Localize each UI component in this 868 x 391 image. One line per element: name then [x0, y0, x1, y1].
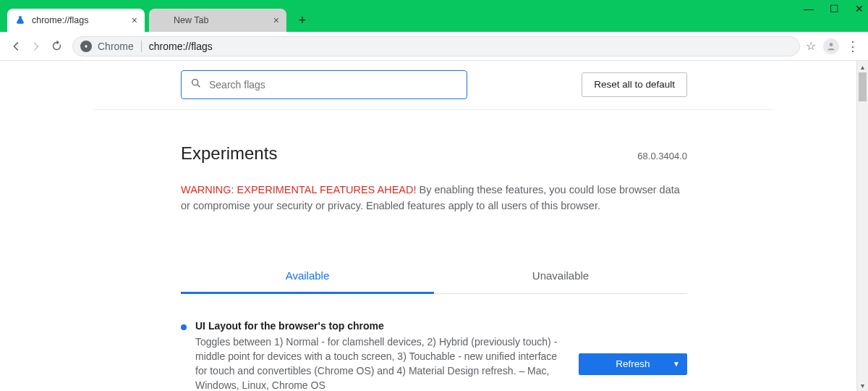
close-window-button[interactable]: ✕ — [855, 3, 864, 14]
warning-prefix: WARNING: EXPERIMENTAL FEATURES AHEAD! — [181, 184, 417, 196]
chip-label: Chrome — [98, 41, 134, 52]
tab-flags[interactable]: chrome://flags × — [7, 9, 145, 32]
forward-button[interactable] — [26, 36, 46, 56]
reset-all-button[interactable]: Reset all to default — [582, 72, 687, 97]
scroll-down-icon[interactable]: ▾ — [857, 379, 868, 391]
chevron-down-icon: ▼ — [673, 360, 680, 368]
search-flags-input[interactable] — [181, 70, 467, 99]
titlebar: chrome://flags × New Tab × + — ☐ ✕ — [0, 0, 868, 32]
menu-icon[interactable]: ⋮ — [846, 38, 859, 54]
page-topbar: Reset all to default — [94, 67, 774, 110]
flag-select[interactable]: Refresh ▼ — [579, 353, 687, 375]
chrome-icon — [80, 41, 92, 52]
reload-button[interactable] — [46, 36, 67, 56]
toolbar: Chrome chrome://flags ☆ ⋮ — [0, 32, 868, 61]
svg-point-2 — [830, 43, 833, 46]
divider — [141, 41, 142, 52]
new-tab-button[interactable]: + — [291, 9, 314, 32]
profile-avatar[interactable] — [823, 38, 839, 54]
page-heading-row: Experiments 68.0.3404.0 — [181, 143, 687, 164]
svg-point-1 — [85, 45, 87, 47]
scrollbar[interactable]: ▴ ▾ — [856, 61, 868, 391]
page: ▴ ▾ Reset all to default Experiments 68.… — [0, 61, 868, 391]
scroll-thumb[interactable] — [859, 72, 867, 101]
close-icon[interactable]: × — [273, 14, 279, 26]
window-controls: — ☐ ✕ — [804, 3, 864, 14]
svg-line-4 — [197, 85, 200, 87]
version-text: 68.0.3404.0 — [637, 151, 687, 161]
page-heading: Experiments — [181, 143, 277, 164]
search-field[interactable] — [209, 79, 458, 91]
warning-text: WARNING: EXPERIMENTAL FEATURES AHEAD! By… — [181, 182, 687, 214]
back-button[interactable] — [6, 36, 26, 56]
minimize-button[interactable]: — — [804, 3, 814, 14]
url-text: chrome://flags — [149, 41, 213, 52]
tab-unavailable[interactable]: Unavailable — [434, 259, 687, 293]
tab-label: New Tab — [174, 15, 273, 25]
flag-description: Toggles between 1) Normal - for clamshel… — [195, 335, 564, 392]
flag-select-value: Refresh — [616, 358, 650, 369]
flag-item: UI Layout for the browser's top chrome T… — [181, 320, 687, 392]
maximize-button[interactable]: ☐ — [830, 3, 839, 14]
scroll-up-icon[interactable]: ▴ — [857, 61, 868, 72]
flask-icon — [14, 15, 26, 25]
flag-title: UI Layout for the browser's top chrome — [195, 320, 564, 332]
search-icon — [190, 77, 202, 92]
changed-dot-icon — [181, 324, 187, 330]
tab-available[interactable]: Available — [181, 259, 434, 294]
svg-point-3 — [192, 79, 198, 85]
flags-tabs: Available Unavailable — [181, 259, 687, 294]
bookmark-star-icon[interactable]: ☆ — [806, 39, 816, 53]
tab-label: chrome://flags — [32, 15, 132, 25]
tab-newtab[interactable]: New Tab × — [149, 9, 286, 32]
tabstrip: chrome://flags × New Tab × + — [7, 0, 868, 32]
omnibox[interactable]: Chrome chrome://flags — [72, 36, 800, 56]
close-icon[interactable]: × — [132, 14, 137, 26]
